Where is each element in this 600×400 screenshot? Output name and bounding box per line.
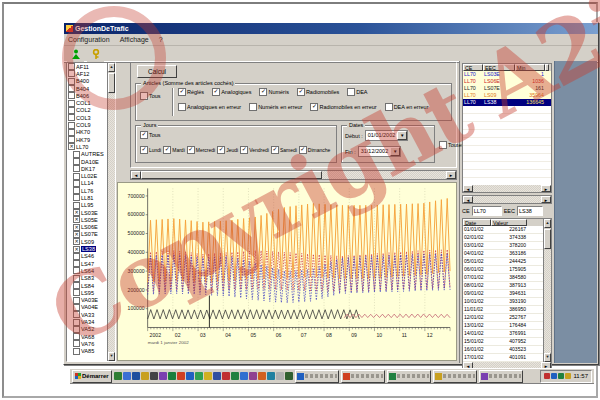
checkbox-box[interactable] <box>73 165 80 172</box>
scroll-right-icon[interactable]: ► <box>446 171 456 179</box>
checkbox-mercredi[interactable]: ✓Mercredi <box>187 146 215 154</box>
checkbox-analogiques[interactable]: ✓Analogiques <box>212 88 251 96</box>
quick-launch-icon[interactable] <box>249 372 257 380</box>
menu-configuration[interactable]: Configuration <box>68 36 110 43</box>
quick-launch-icon[interactable] <box>276 372 284 380</box>
checkbox-box[interactable] <box>73 348 80 355</box>
chevron-down-icon[interactable]: ▼ <box>390 147 400 156</box>
checkbox-box[interactable] <box>73 158 80 165</box>
checkbox-toutes[interactable]: Toutes <box>439 141 464 149</box>
tray-icon[interactable] <box>551 373 557 379</box>
column-header-date[interactable]: Date <box>463 219 491 226</box>
scroll-down-icon[interactable]: ▼ <box>544 353 551 362</box>
table-row[interactable]: 10/01/02393190 <box>463 298 543 306</box>
table-row[interactable]: LL70LS0935964 <box>463 92 551 99</box>
title-bar[interactable]: GestionDeTrafic <box>64 23 598 34</box>
table-row[interactable]: 02/01/02374338 <box>463 234 543 242</box>
checkbox-tous[interactable]: ✓Tous <box>140 131 161 139</box>
checkbox-box[interactable] <box>73 297 80 304</box>
checkbox-num-ris[interactable]: ✓Numéris <box>259 88 288 96</box>
checkbox-box[interactable] <box>73 319 80 326</box>
checkbox-box[interactable] <box>73 289 80 296</box>
column-header-eec[interactable]: EEC <box>483 64 515 71</box>
task-button[interactable] <box>387 370 431 383</box>
checkbox-mardi[interactable]: ✓Mardi <box>163 146 185 154</box>
quick-launch-icon[interactable] <box>114 372 122 380</box>
table-row[interactable]: LL70LS38136645 <box>463 99 551 106</box>
checkbox-box[interactable] <box>73 311 80 318</box>
chevron-down-icon[interactable]: ▼ <box>397 131 407 140</box>
checkbox-box[interactable] <box>73 333 80 340</box>
checkbox-box[interactable] <box>73 202 80 209</box>
tray-icon[interactable] <box>558 373 564 379</box>
table-row[interactable]: LL70LS03E1 <box>463 71 551 78</box>
checkbox-box[interactable] <box>73 282 80 289</box>
checkbox-box[interactable] <box>73 267 80 274</box>
checkbox-analogiques-en-erreur[interactable]: Analogiques en erreur <box>178 103 241 111</box>
scroll-right-icon[interactable]: ► <box>541 185 551 192</box>
scroll-right-icon[interactable]: ► <box>541 196 551 203</box>
detail-table[interactable]: DateValeur 01/01/0222616702/01/023743380… <box>462 218 552 370</box>
quick-launch-icon[interactable] <box>222 372 230 380</box>
checkbox-box[interactable]: ✕ <box>73 224 80 231</box>
checkbox-box[interactable] <box>68 85 75 92</box>
detail-v-scrollbar[interactable]: ▲ ▼ <box>543 219 551 362</box>
checkbox-tous[interactable]: Tous <box>140 92 161 100</box>
quick-launch-icon[interactable] <box>141 372 149 380</box>
scroll-left-icon[interactable]: ◄ <box>131 171 141 179</box>
checkbox-num-ris-en-erreur[interactable]: Numéris en erreur <box>249 103 302 111</box>
checkbox-box[interactable]: ✕ <box>68 143 75 150</box>
checkbox-box[interactable] <box>73 180 80 187</box>
table-row[interactable]: 06/01/02175905 <box>463 266 543 274</box>
checkbox-box[interactable] <box>73 260 80 267</box>
station-listbox[interactable]: AF11AF12B400B404B406COL1COL2COL3COL9HK70… <box>66 62 116 362</box>
checkbox-box[interactable] <box>68 129 75 136</box>
scrollbar-thumb[interactable] <box>141 171 322 179</box>
table-row[interactable]: 03/01/02378200 <box>463 242 543 250</box>
quick-launch-icon[interactable] <box>195 372 203 380</box>
menu-help[interactable]: ? <box>159 36 163 43</box>
column-header-stub[interactable] <box>545 64 549 71</box>
quick-launch-icon[interactable] <box>285 372 293 380</box>
quick-launch-icon[interactable] <box>267 372 275 380</box>
checkbox-box[interactable]: ✕ <box>73 246 80 253</box>
checkbox-box[interactable] <box>73 304 80 311</box>
checkbox-box[interactable] <box>73 151 80 158</box>
table-row[interactable]: 14/01/02376991 <box>463 330 543 338</box>
scroll-left-icon[interactable]: ◄ <box>463 185 473 192</box>
checkbox-box[interactable] <box>73 253 80 260</box>
table-row[interactable]: 13/01/02176484 <box>463 322 543 330</box>
checkbox-box[interactable]: ✕ <box>73 231 80 238</box>
checkbox-dea-en-erreur[interactable]: DEA en erreur <box>385 103 429 111</box>
checkbox-box[interactable] <box>73 194 80 201</box>
tray-icon[interactable] <box>565 373 571 379</box>
quick-launch-icon[interactable] <box>204 372 212 380</box>
checkbox-box[interactable]: ✕ <box>73 216 80 223</box>
table-row[interactable]: LL70LS06E1036 <box>463 78 551 85</box>
summary-table[interactable]: CEEECMin LL70LS03E1LL70LS06E1036LL70LS07… <box>462 63 552 193</box>
checkbox-box[interactable] <box>73 173 80 180</box>
scrollbar-thumb[interactable] <box>544 229 551 249</box>
column-header-valeur[interactable]: Valeur <box>491 219 527 226</box>
checkbox-vendredi[interactable]: ✓Vendredi <box>240 146 269 154</box>
scroll-up-icon[interactable]: ▲ <box>544 219 551 228</box>
checkbox-box[interactable] <box>68 136 75 143</box>
checkbox-box[interactable]: ✕ <box>73 209 80 216</box>
task-button[interactable] <box>295 370 339 383</box>
checkbox-dimanche[interactable]: ✓Dimanche <box>299 146 331 154</box>
checkbox-samedi[interactable]: ✓Samedi <box>271 146 297 154</box>
checkbox-radiomobiles[interactable]: ✓Radiomobiles <box>297 88 339 96</box>
checkbox-box[interactable] <box>68 114 75 121</box>
quick-launch-icon[interactable] <box>132 372 140 380</box>
quick-launch-icon[interactable] <box>231 372 239 380</box>
tray-icon[interactable] <box>544 373 550 379</box>
column-header-min[interactable]: Min <box>515 64 545 71</box>
scroll-up-icon[interactable]: ▲ <box>108 63 115 72</box>
quick-launch-icon[interactable] <box>150 372 158 380</box>
table-row[interactable]: 17/01/02401091 <box>463 354 543 362</box>
quick-launch-icon[interactable] <box>186 372 194 380</box>
quick-launch-icon[interactable] <box>213 372 221 380</box>
debut-date-combo[interactable]: 01/01/2002 ▼ <box>365 130 409 141</box>
scroll-left-icon[interactable]: ◄ <box>463 196 473 203</box>
panel-h-scrollbar[interactable]: ◄► <box>462 195 552 204</box>
